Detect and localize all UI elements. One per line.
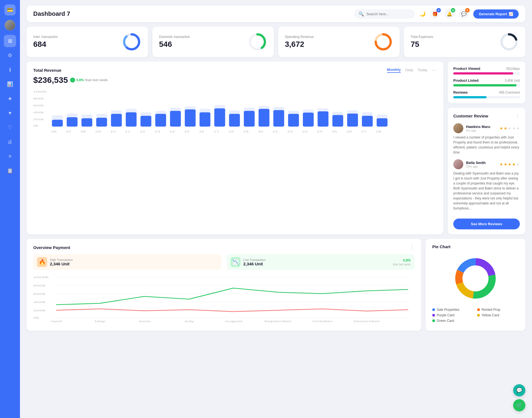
sidebar-item-heart[interactable]: ♥ — [4, 107, 16, 119]
svg-rect-20 — [81, 118, 92, 127]
search-input[interactable] — [366, 12, 411, 16]
sidebar-item-analytics[interactable]: 📊 — [4, 78, 16, 90]
settings-icon: ⚙ — [8, 52, 12, 58]
svg-text:11: 11 — [125, 130, 131, 133]
sidebar-item-list[interactable]: ≡ — [4, 150, 16, 162]
low-pct: 0,8% — [403, 258, 411, 262]
stat-card-domestic-transaction: Domestic transaction 546 — [152, 27, 274, 57]
svg-rect-58 — [362, 116, 373, 127]
svg-text:800k: 800k — [33, 284, 46, 287]
svg-text:19: 19 — [243, 130, 249, 133]
donut-2 — [374, 32, 393, 52]
bell-button[interactable]: 🔔 12 — [444, 9, 454, 19]
chat-float-icon: 💬 — [516, 387, 522, 393]
sidebar-item-print[interactable]: 🖨 — [4, 136, 16, 148]
review-item-0: Hawkins Maru 5m ago ★ ★ ★ ★ ★ I viewed a… — [453, 123, 520, 155]
revenue-card: Total Revenue Monthly Daily Today ⋯ $236… — [27, 61, 443, 234]
legend-dot-purple — [432, 314, 435, 317]
sidebar-item-dashboard[interactable]: ⊞ — [4, 35, 16, 47]
metric-val-2: 456 Comment — [499, 91, 520, 94]
stat-card-left: Domestic transaction 546 — [159, 35, 190, 49]
sidebar-item-settings[interactable]: ⚙ — [4, 49, 16, 61]
sidebar-avatar[interactable] — [5, 20, 15, 30]
svg-rect-26 — [126, 112, 137, 127]
metrics-card: Product Viewed 561/days Product Listed 3… — [448, 61, 525, 103]
svg-text:16: 16 — [199, 130, 204, 133]
svg-text:0k: 0k — [33, 124, 39, 127]
svg-rect-52 — [318, 111, 328, 127]
see-more-reviews-button[interactable]: See More Reviews — [453, 219, 520, 229]
svg-text:200k: 200k — [33, 309, 46, 312]
revenue-pct-label: than last week — [85, 78, 108, 82]
sidebar-item-info[interactable]: ℹ — [4, 64, 16, 76]
avatar-image — [5, 20, 15, 30]
stat-label-3: Total Expenses — [411, 35, 433, 39]
chat-float-button[interactable]: 💬 — [513, 384, 525, 396]
theme-toggle-icon[interactable]: 🌙 — [420, 11, 426, 17]
overview-more-icon[interactable]: ⋮ — [410, 244, 415, 250]
metric-bar-fill-2 — [453, 96, 487, 98]
donut-1 — [248, 32, 267, 52]
review-text-1: Dealing with Syamsudin and Bakri was a j… — [453, 171, 520, 211]
svg-text:August: August — [224, 320, 242, 323]
revenue-pct: 0,8% — [76, 78, 84, 82]
sidebar-logo[interactable]: 💳 — [4, 4, 16, 16]
review-stars-0: ★ ★ ★ ★ ★ — [500, 126, 520, 130]
gift-button[interactable]: 🎁 2 — [430, 9, 440, 19]
reviews-more-icon[interactable]: ⋮ — [515, 113, 520, 119]
svg-rect-42 — [244, 111, 255, 127]
print-icon: 🖨 — [7, 139, 12, 145]
search-icon: 🔍 — [359, 11, 364, 17]
more-options-icon[interactable]: ⋯ — [432, 67, 437, 73]
tab-monthly[interactable]: Monthly — [387, 68, 401, 73]
stat-cards: Inter. transaction 684 Domestic transact… — [27, 27, 525, 57]
bell-icon: 🔔 — [447, 11, 452, 17]
svg-rect-28 — [140, 116, 151, 127]
cart-float-button[interactable]: 🛒 — [513, 399, 525, 411]
svg-text:13: 13 — [155, 130, 160, 133]
metric-top-1: Product Listed 3,456 Unit — [453, 78, 520, 83]
svg-text:1000k: 1000k — [33, 90, 47, 93]
svg-text:1000k: 1000k — [33, 276, 49, 279]
bottom-row: Overview Payment ⋮ 🔥 High Transaction 2,… — [27, 239, 525, 331]
svg-rect-60 — [377, 118, 387, 127]
svg-text:400k: 400k — [33, 301, 46, 304]
svg-text:18: 18 — [228, 130, 234, 133]
search-box[interactable]: 🔍 — [354, 9, 415, 19]
sidebar-item-heart2[interactable]: ♡ — [4, 121, 16, 134]
stat-card-operating-revenue: Operating Revenue 3,672 — [278, 27, 400, 57]
svg-text:06: 06 — [51, 130, 57, 133]
svg-rect-30 — [155, 114, 166, 127]
svg-text:07: 07 — [66, 130, 71, 133]
svg-text:April: April — [50, 320, 62, 323]
message-button[interactable]: 💬 5 — [459, 9, 469, 19]
svg-text:25: 25 — [332, 130, 337, 133]
svg-rect-38 — [214, 108, 225, 127]
sidebar-item-document[interactable]: 📋 — [4, 165, 16, 177]
high-transaction-icon: 🔥 — [37, 257, 47, 267]
revenue-amount: $236,535 ↑ 0,8% than last week — [33, 75, 437, 85]
sidebar-item-star[interactable]: ★ — [4, 93, 16, 105]
stat-label-2: Operating Revenue — [285, 35, 314, 39]
review-info-0: Hawkins Maru 5m ago — [466, 125, 490, 132]
svg-text:27: 27 — [361, 130, 367, 133]
svg-text:14: 14 — [169, 130, 175, 133]
generate-label: Generate Report — [479, 12, 507, 16]
legend-label-2: Purple Card — [437, 313, 454, 317]
svg-rect-18 — [67, 117, 78, 127]
generate-report-button[interactable]: Generate Report 📈 — [473, 9, 519, 19]
svg-text:September: September — [264, 320, 292, 323]
sidebar: 💳 ⊞ ⚙ ℹ 📊 ★ ♥ ♡ 🖨 ≡ 📋 — [0, 0, 20, 418]
svg-rect-32 — [170, 111, 181, 127]
tab-today[interactable]: Today — [418, 68, 427, 73]
revenue-header: Total Revenue Monthly Daily Today ⋯ — [33, 67, 437, 73]
review-name-1: Bella Smith — [466, 161, 486, 165]
svg-rect-44 — [259, 109, 269, 127]
metric-row-1: Product Listed 3,456 Unit — [453, 78, 520, 86]
tab-daily[interactable]: Daily — [405, 68, 413, 73]
svg-point-109 — [463, 266, 488, 291]
low-transaction-label: Low Transaction — [243, 258, 265, 261]
svg-text:09: 09 — [96, 130, 101, 133]
svg-text:600k: 600k — [33, 293, 46, 295]
high-transaction-value: 2,346 Unit — [50, 261, 73, 266]
